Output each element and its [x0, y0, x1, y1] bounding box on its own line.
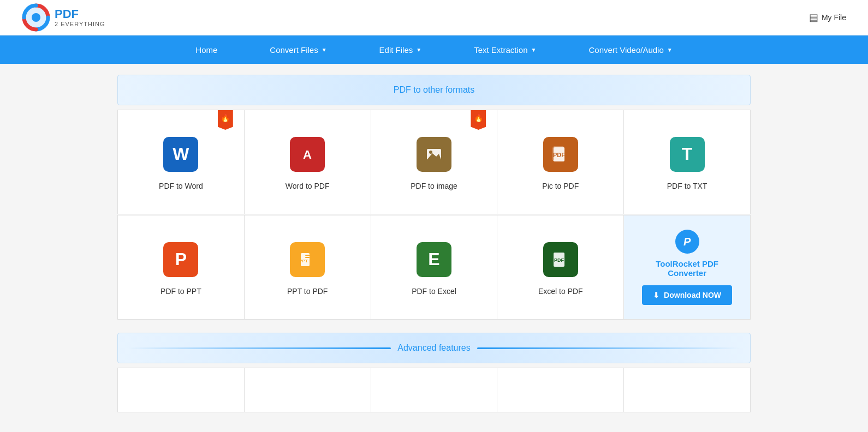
hot-badge [471, 110, 486, 130]
ppt-to-pdf-label: PPT to PDF [287, 287, 328, 296]
advanced-card-3[interactable] [371, 368, 497, 412]
advanced-features-title: Advanced features [397, 343, 470, 353]
chevron-down-icon: ▼ [322, 47, 327, 53]
nav-item-home[interactable]: Home [169, 35, 243, 64]
tool-grid-row2: P PDF to PPT PPT PPT to PDF E PDF to Exc… [117, 215, 751, 320]
pdf-to-excel-card[interactable]: E PDF to Excel [371, 215, 497, 319]
file-icon: ▤ [809, 11, 818, 23]
word-to-pdf-label: Word to PDF [286, 182, 330, 190]
excel-to-pdf-card[interactable]: PDF Excel to PDF [497, 215, 623, 319]
promo-title: ToolRocket PDFConverter [656, 259, 718, 278]
pdf-to-excel-label: PDF to Excel [412, 287, 456, 296]
logo-icon [22, 3, 50, 32]
image-icon [417, 137, 451, 172]
pdf-to-image-card[interactable]: PDF to image [371, 110, 497, 214]
chevron-down-icon: ▼ [416, 47, 421, 53]
logo-pdf-label: PDF [55, 8, 105, 21]
pdf-formats-title: PDF to other formats [394, 85, 475, 94]
txt-icon: T [670, 137, 705, 172]
ppt-icon: P [163, 242, 198, 277]
header: PDF 2 EVERYTHING ▤ My File [0, 0, 868, 35]
excel-icon: E [417, 242, 451, 277]
advanced-features-section-header: Advanced features [117, 333, 751, 363]
pdf-to-word-label: PDF to Word [159, 182, 203, 190]
svg-text:PPT: PPT [299, 259, 308, 263]
pdf-to-word-card[interactable]: W PDF to Word [118, 110, 244, 214]
nav-item-text-extraction[interactable]: Text Extraction ▼ [448, 35, 562, 64]
toolrocket-logo: P [675, 230, 699, 254]
pic-to-pdf-card[interactable]: PDF Pic to PDF [497, 110, 623, 214]
acrobat-icon: A [290, 137, 325, 172]
my-file-button[interactable]: ▤ My File [809, 11, 846, 23]
nav-item-convert-video-audio[interactable]: Convert Video/Audio ▼ [562, 35, 698, 64]
chevron-down-icon: ▼ [667, 47, 673, 53]
pic-to-pdf-label: Pic to PDF [542, 182, 579, 190]
nav-item-convert-files[interactable]: Convert Files ▼ [243, 35, 353, 64]
advanced-card-1[interactable] [118, 368, 244, 412]
ppt-to-pdf-icon: PPT [290, 242, 325, 277]
advanced-card-5[interactable] [624, 368, 750, 412]
navigation: Home Convert Files ▼ Edit Files ▼ Text E… [0, 35, 868, 64]
toolrocket-promo-card[interactable]: P ToolRocket PDFConverter ⬇ Download NOW [624, 215, 750, 319]
logo-text: PDF 2 EVERYTHING [55, 8, 105, 27]
svg-rect-15 [305, 257, 310, 258]
nav-item-edit-files[interactable]: Edit Files ▼ [353, 35, 448, 64]
logo-area: PDF 2 EVERYTHING [22, 3, 105, 32]
main-content: PDF to other formats W PDF to Word A Wor… [117, 64, 751, 432]
excel-to-pdf-icon: PDF [543, 242, 578, 277]
word-to-pdf-card[interactable]: A Word to PDF [245, 110, 371, 214]
hot-badge [218, 110, 233, 130]
pdf-to-ppt-label: PDF to PPT [160, 287, 201, 296]
pdf-to-txt-label: PDF to TXT [667, 182, 708, 190]
my-file-label: My File [822, 13, 846, 22]
svg-rect-14 [305, 255, 312, 256]
pdf-formats-section-header: PDF to other formats [117, 75, 751, 105]
tool-grid-row1: W PDF to Word A Word to PDF [117, 110, 751, 214]
svg-text:PDF: PDF [553, 152, 565, 158]
advanced-card-4[interactable] [497, 368, 623, 412]
left-bar-decoration [128, 347, 391, 349]
download-now-button[interactable]: ⬇ Download NOW [642, 285, 732, 305]
pdf-to-txt-card[interactable]: T PDF to TXT [624, 110, 750, 214]
word-icon: W [163, 137, 198, 172]
pdf-to-image-label: PDF to image [411, 182, 457, 190]
svg-text:PDF: PDF [554, 257, 564, 263]
ppt-to-pdf-card[interactable]: PPT PPT to PDF [245, 215, 371, 319]
svg-point-6 [429, 151, 432, 154]
pic-to-pdf-icon: PDF [543, 137, 578, 172]
svg-point-1 [32, 13, 40, 22]
advanced-card-2[interactable] [245, 368, 371, 412]
right-bar-decoration [477, 347, 740, 349]
advanced-grid [117, 368, 751, 412]
excel-to-pdf-label: Excel to PDF [538, 287, 583, 296]
pdf-to-ppt-card[interactable]: P PDF to PPT [118, 215, 244, 319]
download-icon: ⬇ [653, 291, 659, 299]
logo-sub-label: 2 EVERYTHING [55, 21, 105, 27]
svg-text:A: A [303, 148, 312, 161]
chevron-down-icon: ▼ [531, 47, 537, 53]
